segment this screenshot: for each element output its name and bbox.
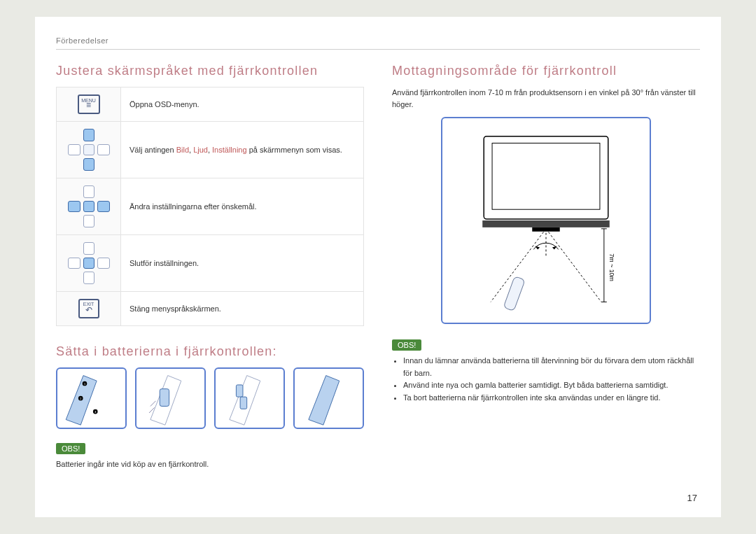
- obs-item-1: Innan du lämnar använda batterierna till…: [403, 355, 700, 379]
- instr-row-3: Ändra inställningarna efter önskemål.: [121, 178, 364, 235]
- row2-word3: Inställning: [212, 146, 247, 154]
- row2-word2: Ljud: [193, 146, 208, 154]
- row2-prefix: Välj antingen: [130, 146, 176, 154]
- battery-fig-2: [135, 367, 206, 429]
- battery-figures: 1 2 3: [56, 367, 364, 429]
- svg-rect-10: [236, 385, 243, 397]
- dpad-leftright-icon: [57, 178, 121, 235]
- svg-marker-12: [309, 376, 340, 426]
- row2-word1: Bild: [176, 146, 189, 154]
- section-header: Förberedelser: [56, 36, 700, 50]
- dpad-center-icon: [57, 235, 121, 292]
- svg-rect-8: [160, 389, 169, 407]
- reception-diagram: 7m ~ 10m: [441, 117, 651, 324]
- dpad-updown-icon: [57, 122, 121, 178]
- page-number: 17: [687, 493, 697, 503]
- right-intro: Använd fjärrkontrollen inom 7-10 m från …: [392, 87, 700, 110]
- obs-text-left: Batterier ingår inte vid köp av en fjärr…: [56, 458, 364, 470]
- instr-row-4: Slutför inställningen.: [121, 235, 364, 292]
- instr-row-2: Välj antingen Bild, Ljud, Inställning på…: [121, 122, 364, 178]
- svg-rect-11: [240, 397, 247, 409]
- battery-fig-4: [293, 367, 364, 429]
- svg-rect-20: [503, 276, 525, 311]
- exit-button-icon: EXIT: [78, 299, 99, 318]
- instr-row-1: Öppna OSD-menyn.: [121, 87, 364, 122]
- svg-rect-15: [482, 220, 610, 227]
- obs-item-2: Använd inte nya och gamla batterier samt…: [403, 379, 700, 392]
- instruction-table: MENU Öppna OSD-menyn.: [56, 87, 364, 326]
- obs-label-right: OBS!: [392, 339, 421, 351]
- svg-text:3: 3: [94, 411, 96, 414]
- svg-rect-14: [492, 143, 600, 210]
- right-heading: Mottagningsområde för fjärrkontroll: [392, 64, 700, 78]
- obs-item-3: Ta bort batterierna när fjärrkontrollen …: [403, 392, 700, 405]
- svg-text:2: 2: [80, 398, 81, 400]
- obs-list-right: Innan du lämnar använda batterierna till…: [392, 355, 700, 404]
- row2-suffix: på skärmmenyn som visas.: [247, 146, 342, 154]
- left-column: Justera skärmspråket med fjärrkontrollen…: [56, 64, 364, 470]
- obs-label-left: OBS!: [56, 443, 85, 454]
- svg-line-18: [546, 229, 601, 302]
- distance-label: 7m ~ 10m: [608, 253, 615, 281]
- menu-button-icon: MENU: [78, 94, 100, 114]
- instr-row-5: Stäng menyspråkskärmen.: [121, 292, 364, 326]
- svg-text:1: 1: [84, 383, 85, 386]
- left-heading-2: Sätta i batterierna i fjärrkontrollen:: [56, 344, 364, 359]
- menu-icon-cell: MENU: [57, 87, 121, 122]
- exit-icon-cell: EXIT: [57, 292, 121, 326]
- battery-fig-3: [214, 367, 285, 429]
- right-column: Mottagningsområde för fjärrkontroll Anvä…: [392, 64, 700, 470]
- battery-fig-1: 1 2 3: [56, 367, 127, 429]
- left-heading-1: Justera skärmspråket med fjärrkontrollen: [56, 64, 364, 78]
